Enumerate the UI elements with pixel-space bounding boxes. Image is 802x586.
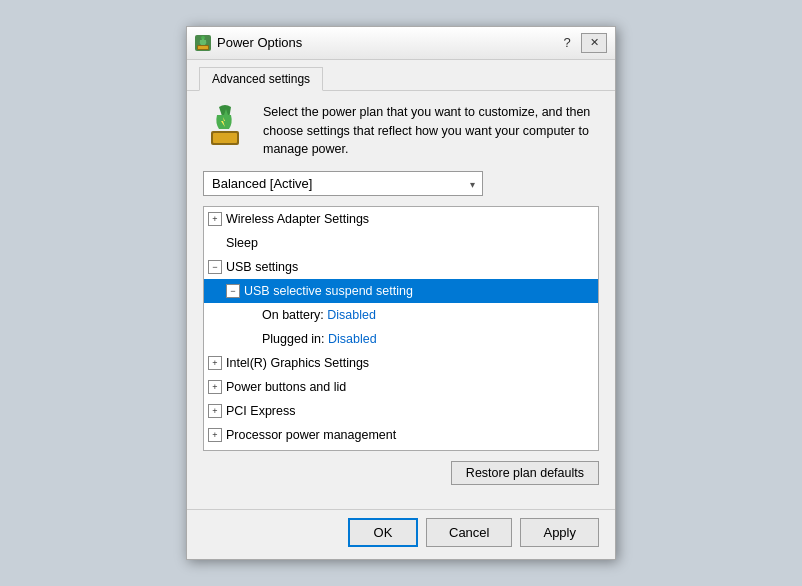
- expand-icon-processor[interactable]: +: [208, 428, 222, 442]
- help-button[interactable]: ?: [557, 35, 577, 50]
- close-button[interactable]: ✕: [581, 33, 607, 53]
- tree-label-plugged-in: Plugged in:: [262, 329, 328, 349]
- expand-icon-power-buttons[interactable]: +: [208, 380, 222, 394]
- apply-button[interactable]: Apply: [520, 518, 599, 547]
- expand-icon-pci[interactable]: +: [208, 404, 222, 418]
- expand-icon-intel[interactable]: +: [208, 356, 222, 370]
- tree-item-sleep[interactable]: Sleep: [204, 231, 598, 255]
- ok-button[interactable]: OK: [348, 518, 418, 547]
- title-bar: Power Options ? ✕: [187, 27, 615, 60]
- power-plan-select[interactable]: Balanced [Active] Power saver High perfo…: [203, 171, 483, 196]
- tab-bar: Advanced settings: [187, 60, 615, 91]
- svg-rect-1: [198, 46, 208, 49]
- restore-plan-defaults-button[interactable]: Restore plan defaults: [451, 461, 599, 485]
- description-text: Select the power plan that you want to c…: [263, 103, 599, 159]
- tree-label-wireless: Wireless Adapter Settings: [226, 209, 369, 229]
- tree-item-pci[interactable]: + PCI Express: [204, 399, 598, 423]
- power-options-dialog: Power Options ? ✕ Advanced settings: [186, 26, 616, 560]
- on-battery-value[interactable]: Disabled: [327, 305, 376, 325]
- tree-item-usb-selective[interactable]: − USB selective suspend setting: [204, 279, 598, 303]
- tree-item-usb[interactable]: − USB settings: [204, 255, 598, 279]
- tree-label-pci: PCI Express: [226, 401, 295, 421]
- tree-item-power-buttons[interactable]: + Power buttons and lid: [204, 375, 598, 399]
- button-row: OK Cancel Apply: [187, 509, 615, 559]
- svg-rect-3: [213, 133, 237, 143]
- tree-label-usb: USB settings: [226, 257, 298, 277]
- expand-icon-usb[interactable]: −: [208, 260, 222, 274]
- restore-row: Restore plan defaults: [203, 461, 599, 485]
- power-plan-dropdown-row: Balanced [Active] Power saver High perfo…: [203, 171, 599, 196]
- title-controls: ? ✕: [557, 33, 607, 53]
- tree-item-display[interactable]: + Display: [204, 447, 598, 451]
- description-section: Select the power plan that you want to c…: [203, 103, 599, 159]
- tree-label-usb-selective: USB selective suspend setting: [244, 281, 413, 301]
- cancel-button[interactable]: Cancel: [426, 518, 512, 547]
- dialog-content: Select the power plan that you want to c…: [187, 91, 615, 509]
- dialog-icon: [195, 35, 211, 51]
- tree-label-sleep: Sleep: [226, 233, 258, 253]
- settings-tree[interactable]: + Wireless Adapter Settings Sleep − USB …: [203, 206, 599, 451]
- tree-item-intel[interactable]: + Intel(R) Graphics Settings: [204, 351, 598, 375]
- expand-icon-usb-selective[interactable]: −: [226, 284, 240, 298]
- dialog-title: Power Options: [217, 35, 551, 50]
- plugged-in-value[interactable]: Disabled: [328, 329, 377, 349]
- dropdown-wrapper: Balanced [Active] Power saver High perfo…: [203, 171, 483, 196]
- tree-label-on-battery: On battery:: [262, 305, 327, 325]
- tree-item-plugged-in[interactable]: Plugged in: Disabled: [204, 327, 598, 351]
- tab-advanced-settings[interactable]: Advanced settings: [199, 67, 323, 91]
- tree-label-intel: Intel(R) Graphics Settings: [226, 353, 369, 373]
- tree-label-display: Display: [226, 449, 267, 451]
- tree-item-wireless[interactable]: + Wireless Adapter Settings: [204, 207, 598, 231]
- tree-label-processor: Processor power management: [226, 425, 396, 445]
- power-icon: [203, 103, 251, 151]
- tree-item-on-battery[interactable]: On battery: Disabled: [204, 303, 598, 327]
- tree-label-power-buttons: Power buttons and lid: [226, 377, 346, 397]
- expand-icon-wireless[interactable]: +: [208, 212, 222, 226]
- tree-item-processor[interactable]: + Processor power management: [204, 423, 598, 447]
